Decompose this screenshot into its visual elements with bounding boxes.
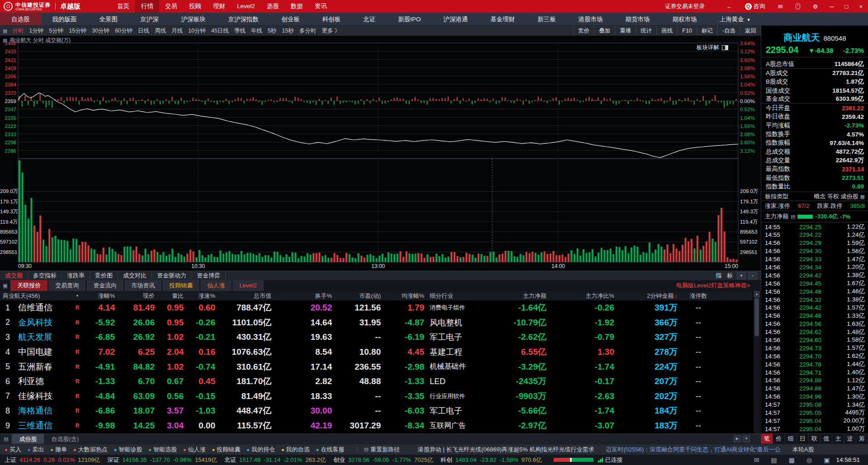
action-返回[interactable]: 返回 <box>740 26 761 36</box>
quote-tab-价[interactable]: 价 <box>773 434 785 444</box>
table-row[interactable]: 8海格通信R-6.8618.073.57-1.03448.47亿30.00---… <box>0 404 753 418</box>
menu-item-行情[interactable]: 行情 <box>135 0 159 13</box>
action-竞价[interactable]: 竞价 <box>573 26 594 36</box>
index-上证[interactable]: 上证4114.260.260.01%12109亿 <box>5 456 100 464</box>
period-15秒[interactable]: 15秒 <box>279 27 296 35</box>
intraday-chart[interactable]: ▦ 商业航天 分时 成交额(万) 24452433242124092396238… <box>0 36 761 271</box>
col-header-2分钟金额[interactable]: 2分钟金额↓ <box>617 292 680 300</box>
col-header-细分行业[interactable]: 细分行业 <box>427 292 490 300</box>
tick-row[interactable]: 14:562294.331.47亿 <box>761 255 868 263</box>
bottom-tab-成份股[interactable]: 成份股 <box>12 434 44 444</box>
quote-tab-联[interactable]: 联 <box>809 434 821 444</box>
period-1分钟[interactable]: 1分钟 <box>26 27 46 35</box>
table-scrollbar[interactable]: ▲ <box>754 291 760 433</box>
tick-row[interactable]: 14:562294.461.46亿 <box>761 287 868 296</box>
menu-item-Level2[interactable]: Level2 <box>231 0 261 13</box>
period-60分钟[interactable]: 60分钟 <box>112 27 135 35</box>
news-ticker-3[interactable]: 本轮A股 <box>792 446 814 454</box>
market-tab-全景图[interactable]: 全景图 <box>88 13 129 25</box>
package-icon[interactable]: ▣ <box>824 456 830 464</box>
action-画线[interactable]: 画线 <box>656 26 677 36</box>
main-flow-row[interactable]: 主力净额 ▤ -330.4亿 -7% <box>761 211 868 222</box>
period-月线[interactable]: 月线 <box>169 27 185 35</box>
tick-row[interactable]: 14:562294.301.56亿 <box>761 247 868 255</box>
mail-icon[interactable]: ✉ <box>772 3 789 10</box>
toolbar-在线客服[interactable]: ●在线客服 <box>316 446 345 454</box>
period-5秒[interactable]: 5秒 <box>265 27 279 35</box>
back-icon[interactable]: ← <box>720 3 739 10</box>
market-tab-科创板[interactable]: 科创板 <box>311 13 352 25</box>
tick-row[interactable]: 14:572295.0420.00万 <box>761 417 868 425</box>
market-tab-港股市场[interactable]: 港股市场 <box>567 13 614 25</box>
tick-row[interactable]: 14:562294.761.44亿 <box>761 360 868 368</box>
tick-row[interactable]: 14:562294.731.57亿 <box>761 344 868 352</box>
menu-item-资讯[interactable]: 资讯 <box>309 0 333 13</box>
market-tab-基金理财[interactable]: 基金理财 <box>479 13 526 25</box>
toolbar-我的自选[interactable]: ●我的自选 <box>281 446 310 454</box>
subtab-投顾锦囊[interactable]: 投顾锦囊 <box>162 280 199 291</box>
action-叠加[interactable]: 叠加 <box>594 26 615 36</box>
period-45日线[interactable]: 45日线 <box>209 27 232 35</box>
expand-down-icon[interactable]: ▼ <box>743 435 750 442</box>
period-更多 》[interactable]: 更多 》 <box>319 27 343 35</box>
sector-detail-toggle[interactable]: 板块详解 <box>697 44 728 52</box>
toolbar-大数据热点[interactable]: ●大数据热点 <box>73 446 108 454</box>
market-tab-创业板[interactable]: 创业板 <box>270 13 311 25</box>
col-header-涨停数[interactable]: 涨停数 <box>680 292 716 300</box>
subtab-Level2[interactable]: Level2 <box>232 280 263 291</box>
action-重播[interactable]: 重播 <box>615 26 636 36</box>
table-row[interactable]: 9三维通信R-9.9814.253.040.00115.57亿42.193017… <box>0 418 753 433</box>
tick-row[interactable]: 14:572295.054495万 <box>761 409 868 417</box>
index-科创[interactable]: 科创1483.04-23.82-1.58%970.6亿 <box>441 456 542 464</box>
tick-row[interactable]: 14:562294.861.47亿 <box>761 385 868 393</box>
col-header-量比[interactable]: 量比 <box>157 292 186 300</box>
table-row[interactable]: 4中国电建R7.026.252.040.161076.63亿8.5410.804… <box>0 345 753 360</box>
minimize-button[interactable]: ─ <box>824 3 839 10</box>
toolbar-智能选股[interactable]: ●智能选股 <box>148 446 177 454</box>
mail-tray-icon[interactable]: ✉ <box>754 456 759 464</box>
col-header-涨速%[interactable]: 涨速% <box>186 292 218 300</box>
subtab-市场资讯[interactable]: 市场资讯 <box>124 280 161 291</box>
indicator-tab-资金博弈[interactable]: 资金博弈 <box>192 271 226 280</box>
market-tab-期权市场[interactable]: 期权市场 <box>661 13 708 25</box>
quote-tab-细[interactable]: 细 <box>785 434 797 444</box>
tick-row[interactable]: 14:562294.291.59亿 <box>761 239 868 247</box>
zoom-in-button[interactable]: + <box>737 272 746 279</box>
col-header-涨幅%[interactable]: 涨幅% <box>83 292 118 300</box>
reset-layout-button[interactable]: ▤重置新路径 <box>364 446 399 454</box>
bottom-tab-自选股(含)[interactable]: 自选股(含) <box>44 434 86 444</box>
action--自选[interactable]: -自选 <box>717 26 740 36</box>
period-日线[interactable]: 日线 <box>135 27 152 35</box>
zoom-out-button[interactable]: - <box>748 272 757 279</box>
toolbar-撤单[interactable]: ●撤单 <box>50 446 67 454</box>
menu-item-首页[interactable]: 首页 <box>111 0 135 13</box>
tick-row[interactable]: 14:552294.251.22亿 <box>761 223 868 231</box>
monitor-icon[interactable]: ▦ <box>789 456 795 464</box>
scroll-thumb[interactable] <box>754 298 759 336</box>
col-header-均涨幅%[interactable]: 均涨幅% <box>384 292 427 300</box>
tick-row[interactable]: 14:562294.881.12亿 <box>761 376 868 385</box>
tick-row[interactable]: 14:562294.621.48亿 <box>761 328 868 336</box>
market-tab-新三板[interactable]: 新三板 <box>526 13 567 25</box>
tick-row[interactable]: 14:562294.421.38亿 <box>761 271 868 279</box>
next-page-icon[interactable]: ▶ <box>734 435 741 442</box>
quote-tab-日[interactable]: 日 <box>797 434 809 444</box>
col-header-市盈(动)[interactable]: 市盈(动) <box>335 292 384 300</box>
period-多分时[interactable]: 多分时 <box>297 27 319 35</box>
indicator-tab-资金驱动力[interactable]: 资金驱动力 <box>152 271 192 280</box>
tick-row[interactable]: 14:562294.421.57亿 <box>761 304 868 312</box>
tick-row[interactable]: 14:562294.961.30亿 <box>761 393 868 401</box>
index-深证[interactable]: 深证14156.35-137.70-0.96%15419亿 <box>107 456 217 464</box>
col-header-换手%[interactable]: 换手% <box>274 292 335 300</box>
quote-tab-逆[interactable]: 逆 <box>844 434 856 444</box>
tick-row[interactable]: 14:552294.221.24亿 <box>761 231 868 239</box>
close-button[interactable]: × <box>854 3 868 10</box>
col-header-总市值[interactable]: 总市值 <box>218 292 274 300</box>
toolbar-投顾锦囊[interactable]: ●投顾锦囊 <box>212 446 241 454</box>
indicator-tab-成交对比[interactable]: 成交对比 <box>118 271 152 280</box>
period-年线[interactable]: 年线 <box>248 27 265 35</box>
market-tab-北证[interactable]: 北证 <box>352 13 387 25</box>
index-北证[interactable]: 北证1517.49-31.14-2.01%263.2亿 <box>224 456 326 464</box>
indicator-tab-竞价图[interactable]: 竞价图 <box>90 271 118 280</box>
market-tab-期货市场[interactable]: 期货市场 <box>614 13 661 25</box>
